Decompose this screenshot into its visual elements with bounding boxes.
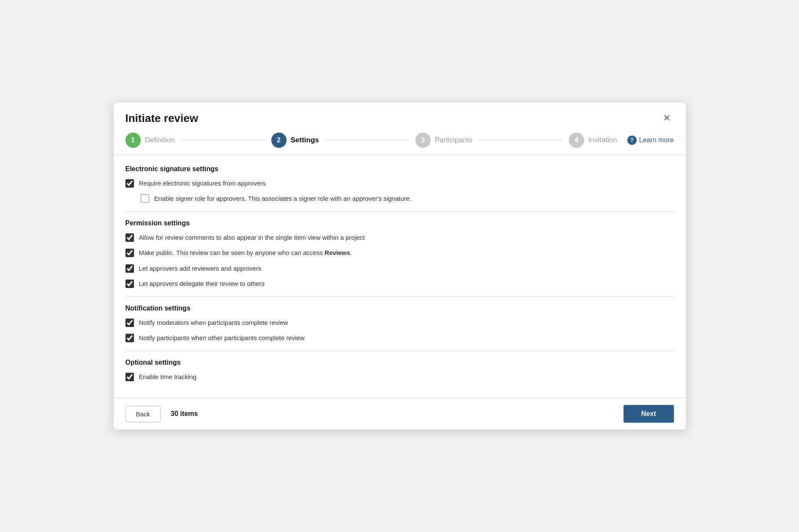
checkbox-allow-comments: Allow for review comments to also appear… [125, 233, 674, 243]
let-approvers-add-checkbox[interactable] [125, 264, 134, 273]
step-1: 1 Definition [125, 133, 175, 148]
allow-comments-label: Allow for review comments to also appear… [139, 233, 365, 243]
notify-participants-label: Notify participants when other participa… [139, 333, 305, 343]
stepper-row: 1 Definition 2 Settings 3 Participants 4… [114, 125, 686, 148]
make-public-text-plain: Make public. This review can be seen by … [139, 249, 352, 256]
learn-more-icon: ? [627, 136, 637, 145]
step-4: 4 Invitation [569, 133, 617, 148]
make-public-checkbox[interactable] [125, 249, 134, 257]
step-2: 2 Settings [271, 133, 319, 148]
divider-3 [125, 351, 674, 351]
time-tracking-label: Enable time tracking [139, 372, 197, 382]
notify-moderators-label: Notify moderators when participants comp… [139, 318, 288, 328]
notify-moderators-checkbox[interactable] [125, 319, 134, 327]
permission-settings-title: Permission settings [125, 219, 674, 227]
notification-settings-section: Notification settings Notify moderators … [125, 305, 674, 343]
optional-settings-title: Optional settings [125, 359, 674, 366]
step-4-label: Invitation [588, 136, 617, 144]
time-tracking-checkbox[interactable] [125, 373, 134, 381]
divider-2 [125, 296, 674, 297]
step-4-circle: 4 [569, 133, 584, 148]
checkbox-notify-moderators: Notify moderators when participants comp… [125, 318, 674, 328]
stepper: 1 Definition 2 Settings 3 Participants 4… [125, 133, 617, 148]
step-3: 3 Participants [415, 133, 473, 148]
require-esig-checkbox[interactable] [125, 179, 134, 188]
checkbox-require-esig: Require electronic signatures from appro… [125, 179, 674, 188]
electronic-signature-section: Electronic signature settings Require el… [125, 165, 674, 204]
permission-settings-section: Permission settings Allow for review com… [125, 219, 674, 289]
step-3-label: Participants [435, 136, 473, 144]
checkbox-let-approvers-add: Let approvers add reviewers and approver… [125, 264, 674, 274]
divider-1 [125, 211, 674, 212]
notification-settings-title: Notification settings [125, 305, 674, 312]
checkbox-notify-participants: Notify participants when other participa… [125, 333, 674, 343]
dialog-footer: Back 30 items Next [114, 398, 686, 429]
step-connector-2-3 [325, 140, 409, 140]
back-button[interactable]: Back [125, 406, 161, 422]
checkbox-let-approvers-delegate: Let approvers delegate their review to o… [125, 279, 674, 289]
checkbox-make-public: Make public. This review can be seen by … [125, 248, 674, 258]
require-esig-label: Require electronic signatures from appro… [139, 179, 266, 188]
step-3-circle: 3 [415, 133, 431, 148]
optional-settings-section: Optional settings Enable time tracking [125, 359, 674, 382]
checkbox-time-tracking: Enable time tracking [125, 372, 674, 382]
step-1-circle: 1 [125, 133, 141, 148]
let-approvers-delegate-checkbox[interactable] [125, 280, 134, 288]
step-2-label: Settings [291, 136, 319, 144]
enable-signer-label: Enable signer role for approvers. This a… [154, 194, 412, 204]
checkbox-enable-signer: Enable signer role for approvers. This a… [125, 194, 674, 204]
close-button[interactable]: ✕ [660, 112, 674, 125]
allow-comments-checkbox[interactable] [125, 233, 134, 242]
dialog-content: Electronic signature settings Require el… [114, 155, 686, 398]
notify-participants-checkbox[interactable] [125, 334, 134, 342]
step-2-circle: 2 [271, 133, 287, 148]
let-approvers-add-label: Let approvers add reviewers and approver… [139, 264, 262, 274]
next-button[interactable]: Next [624, 405, 674, 423]
step-1-label: Definition [145, 136, 175, 144]
initiate-review-dialog: Initiate review ✕ 1 Definition 2 Setting… [114, 103, 686, 430]
let-approvers-delegate-label: Let approvers delegate their review to o… [139, 279, 265, 289]
reviews-bold: Reviews [325, 249, 350, 256]
dialog-header: Initiate review ✕ [114, 103, 686, 125]
make-public-label: Make public. This review can be seen by … [139, 248, 352, 258]
items-count: 30 items [171, 410, 198, 418]
step-connector-3-4 [479, 140, 563, 140]
dialog-title: Initiate review [125, 112, 198, 125]
learn-more-label: Learn more [639, 136, 674, 144]
learn-more-link[interactable]: ? Learn more [627, 136, 674, 145]
step-connector-1-2 [181, 140, 265, 140]
electronic-signature-title: Electronic signature settings [125, 165, 674, 173]
enable-signer-checkbox[interactable] [141, 194, 149, 203]
